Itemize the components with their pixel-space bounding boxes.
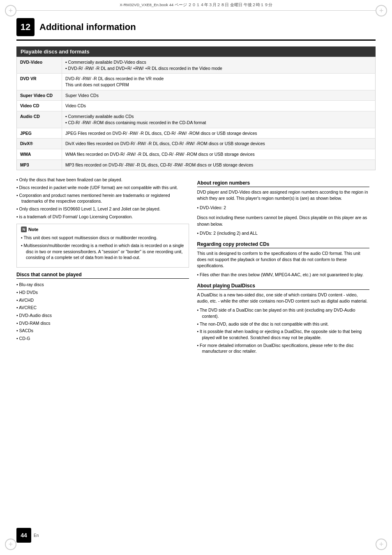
general-bullet-0: Only the discs that have been finalized … <box>16 176 189 184</box>
playable-section-header: Playable discs and formats <box>16 46 376 57</box>
reg-mark-br <box>376 539 387 550</box>
left-column: Only the discs that have been finalized … <box>16 176 189 358</box>
dual-bullet-3: For more detailed information on DualDis… <box>197 342 370 355</box>
note-bullets: This unit does not support multisession … <box>21 234 184 261</box>
format-content-3: Video CDs <box>62 101 376 111</box>
format-content-8: MP3 files recorded on DVD-R/ -RW/ -R DL … <box>62 160 376 170</box>
general-bullet-4: is a trademark of DVD Format/ Logo Licen… <box>16 213 189 221</box>
format-content-0: Commercially available DVD-Video discsDV… <box>62 57 376 74</box>
note-bullet-0: This unit does not support multisession … <box>21 234 184 242</box>
region-para1: DVD player and DVD-Video discs are assig… <box>197 189 370 201</box>
dual-bullets: The DVD side of a DualDisc can be played… <box>197 306 370 355</box>
chapter-header: 12 Additional information <box>16 18 376 41</box>
dual-title: About playing DualDiscs <box>197 283 370 290</box>
discs-cannot-list: Blu-ray discsHD DVDsAVCHDAVCRECDVD-Audio… <box>16 281 189 342</box>
format-type-8: MP3 <box>17 160 62 170</box>
disc-cannot-3: AVCREC <box>16 304 189 312</box>
copy-title: Regarding copy protected CDs <box>197 241 370 248</box>
format-type-2: Super Video CD <box>17 90 62 101</box>
top-strip-text: X-RM32VD_VXE8_En.book 44 ページ ２０１４年３月２８日 … <box>120 2 272 7</box>
format-type-3: Video CD <box>17 101 62 111</box>
disc-cannot-7: CD-G <box>16 335 189 342</box>
discs-cannot-title: Discs that cannot be played <box>16 272 189 279</box>
format-type-1: DVD VR <box>17 74 62 90</box>
region-bullet2-item: DVDs: 2 (including 2) and ALL <box>197 229 370 237</box>
formats-table: DVD-VideoCommercially available DVD-Vide… <box>16 57 376 170</box>
region-para2: Discs not including these numbers cannot… <box>197 215 370 227</box>
chapter-title: Additional information <box>39 22 136 32</box>
main-content: Playable discs and formats DVD-VideoComm… <box>16 46 376 358</box>
reg-mark-bl <box>5 539 16 550</box>
format-content-7: WMA files recorded on DVD-R/ -RW/ -R DL … <box>62 149 376 160</box>
general-bullets: Only the discs that have been finalized … <box>16 176 189 220</box>
dual-bullet-2: It is possible that when loading or ejec… <box>197 328 370 341</box>
format-type-0: DVD-Video <box>17 57 62 74</box>
general-bullet-3: Only discs recorded in ISO9660 Level 1, … <box>16 205 189 213</box>
page-lang: En <box>34 533 39 538</box>
format-content-2: Super Video CDs <box>62 90 376 101</box>
disc-cannot-6: SACDs <box>16 327 189 335</box>
disc-cannot-4: DVD-Audio discs <box>16 312 189 319</box>
disc-cannot-0: Blu-ray discs <box>16 281 189 289</box>
top-strip: X-RM32VD_VXE8_En.book 44 ページ ２０１４年３月２８日 … <box>16 0 376 11</box>
format-type-4: Audio CD <box>17 111 62 128</box>
format-type-7: WMA <box>17 149 62 160</box>
disc-cannot-1: HD DVDs <box>16 289 189 296</box>
copy-bullet-item: Files other than the ones below (WMV, MP… <box>197 271 370 279</box>
disc-cannot-2: AVCHD <box>16 296 189 304</box>
two-col-layout: Only the discs that have been finalized … <box>16 176 376 358</box>
copy-bullets: Files other than the ones below (WMV, MP… <box>197 271 370 279</box>
note-bullet-1: Multisession/multiborder recording is a … <box>21 242 184 261</box>
note-title: N Note <box>21 227 184 232</box>
region-title: About region numbers <box>197 180 370 187</box>
right-column: About region numbers DVD player and DVD-… <box>197 176 370 358</box>
format-type-5: JPEG <box>17 128 62 139</box>
general-bullet-1: Discs recorded in packet write mode (UDF… <box>16 184 189 192</box>
reg-mark-tr <box>376 5 387 16</box>
dual-para: A DualDisc is a new two-sided disc, one … <box>197 292 370 304</box>
disc-cannot-5: DVD-RAM discs <box>16 319 189 327</box>
general-bullet-2: Corporation and product names mentioned … <box>16 192 189 205</box>
dual-bullet-1: The non-DVD, audio side of the disc is n… <box>197 320 370 328</box>
region-bullets2: DVDs: 2 (including 2) and ALL <box>197 229 370 237</box>
format-type-6: DivX® <box>17 139 62 149</box>
dual-bullet-0: The DVD side of a DualDisc can be played… <box>197 306 370 320</box>
note-box: N Note This unit does not support multis… <box>16 224 189 268</box>
chapter-number: 12 <box>16 18 35 36</box>
note-icon: N <box>21 227 27 232</box>
format-content-6: DivX video files recorded on DVD-R/ -RW/… <box>62 139 376 149</box>
reg-mark-tl <box>5 5 16 16</box>
copy-para: This unit is designed to conform to the … <box>197 250 370 269</box>
format-content-4: Commercially available audio CDsCD-R/ -R… <box>62 111 376 128</box>
region-bullets1: DVD-Video: 2 <box>197 204 370 212</box>
format-content-1: DVD-R/ -RW/ -R DL discs recorded in the … <box>62 74 376 90</box>
region-bullet1-item: DVD-Video: 2 <box>197 204 370 212</box>
format-content-5: JPEG Files recorded on DVD-R/ -RW/ -R DL… <box>62 128 376 139</box>
page-footer: 44 En <box>16 528 39 543</box>
page-number: 44 <box>16 528 31 543</box>
